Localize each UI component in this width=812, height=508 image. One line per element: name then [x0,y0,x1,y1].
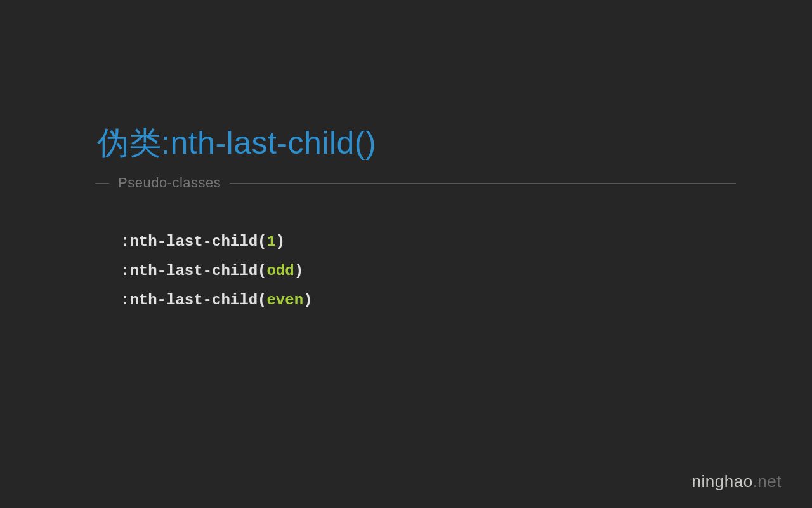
code-prefix: :nth-last-child( [121,291,266,309]
code-line: :nth-last-child(even) [121,286,312,315]
slide-title: 伪类:nth-last-child() [97,122,376,164]
code-line: :nth-last-child(odd) [121,257,312,286]
divider-right [230,183,736,184]
subtitle-divider: Pseudo-classes [95,175,736,191]
code-prefix: :nth-last-child( [121,233,266,250]
watermark-main: ninghao [692,472,753,491]
code-arg: odd [266,262,294,279]
code-suffix: ) [294,262,303,279]
code-prefix: :nth-last-child( [121,262,266,279]
code-line: :nth-last-child(1) [121,227,312,257]
code-suffix: ) [276,233,285,250]
watermark-suffix: .net [753,472,782,491]
code-arg: even [266,291,303,309]
divider-left [95,183,109,184]
watermark: ninghao.net [692,472,782,491]
code-block: :nth-last-child(1) :nth-last-child(odd) … [121,227,312,315]
code-suffix: ) [303,291,312,309]
slide: 伪类:nth-last-child() Pseudo-classes :nth-… [0,0,812,508]
code-arg: 1 [266,233,275,250]
subtitle-label: Pseudo-classes [118,175,221,191]
